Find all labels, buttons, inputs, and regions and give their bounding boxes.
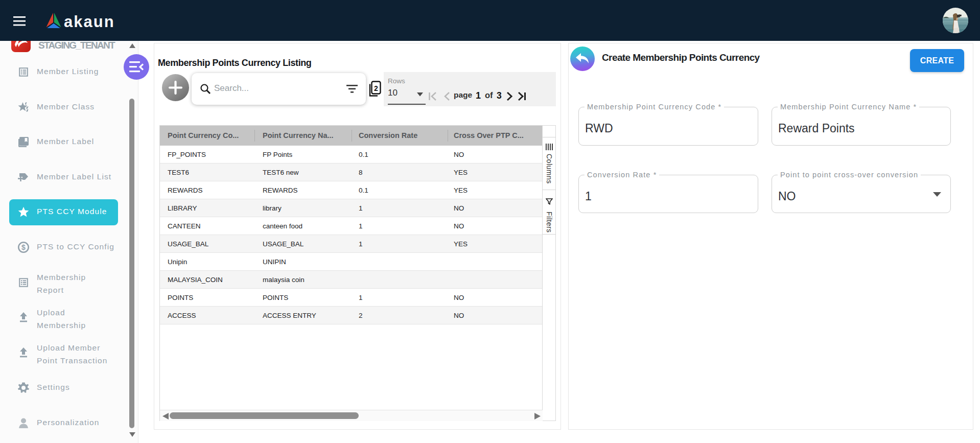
svg-text:2: 2 [374,84,378,92]
svg-text:$: $ [21,243,26,251]
